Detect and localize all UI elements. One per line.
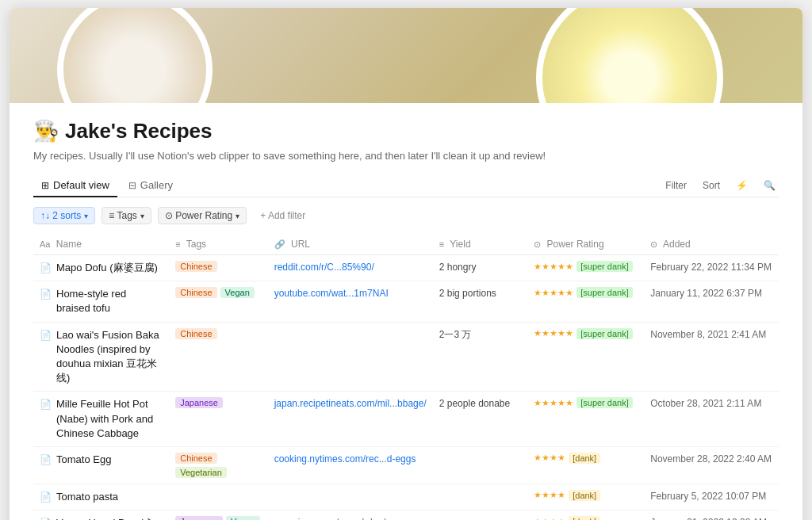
stars: ★★★★★ <box>534 262 573 272</box>
stars: ★★★★ <box>534 453 565 463</box>
filter-button[interactable]: Filter <box>662 178 690 193</box>
tag-vegan[interactable]: Vegan <box>226 516 260 520</box>
url-cell[interactable]: norecipes.com/veg...l-don/ <box>274 517 386 520</box>
tag-chinese[interactable]: Chinese <box>175 261 216 272</box>
recipe-name: Tomato Egg <box>56 453 111 467</box>
chevron-down-icon: ▾ <box>84 212 88 220</box>
col-header-name[interactable]: Aa Name <box>33 234 169 255</box>
table-row[interactable]: 📄 Tomato pasta ★★★★ [dank] February 5, 2… <box>33 484 779 510</box>
added-date: November 28, 2022 2:40 AM <box>650 453 772 465</box>
name-cell: 📄 Mille Feuille Hot Pot (Nabe) with Pork… <box>40 397 163 441</box>
url-cell[interactable]: japan.recipetineats.com/mil...bbage/ <box>274 398 427 409</box>
tab-default-view[interactable]: ⊞ Default view <box>33 174 117 197</box>
rating-badge: [super dank] <box>576 328 633 339</box>
rating-cell: ★★★★ [dank] <box>534 453 638 464</box>
tag-chinese[interactable]: Chinese <box>175 287 216 298</box>
stars: ★★★★ <box>534 517 565 520</box>
col-yield-label: Yield <box>450 239 470 250</box>
doc-icon: 📄 <box>40 262 52 273</box>
page-description: My recipes. Usually I'll use Notion's we… <box>33 150 779 162</box>
tag-vegetarian[interactable]: Vegetarian <box>175 467 227 478</box>
recipes-table: Aa Name ≡ Tags 🔗 URL <box>33 234 779 520</box>
col-rating-label: Power Rating <box>547 239 604 250</box>
table-row[interactable]: 📄 Home-style red braised tofu ChineseVeg… <box>33 281 779 322</box>
lightning-button[interactable]: ⚡ <box>733 178 751 193</box>
tag-chinese[interactable]: Chinese <box>175 453 216 464</box>
rating-badge: [dank] <box>569 490 600 501</box>
chevron-down-icon: ▾ <box>140 212 144 220</box>
filters-row: ↑↓ 2 sorts ▾ ≡ Tags ▾ ⊙ Power Rating ▾ +… <box>33 207 779 224</box>
stars: ★★★★ <box>534 490 565 500</box>
page-title-row: 👨‍🍳 Jake's Recipes <box>33 119 779 143</box>
search-button[interactable]: 🔍 <box>760 178 779 193</box>
yield-cell: 2一3 万 <box>439 329 472 340</box>
rating-cell: ★★★★★ [super dank] <box>534 287 638 298</box>
table-row[interactable]: 📄 Tomato Egg ChineseVegetariancooking.ny… <box>33 446 779 484</box>
sort-button[interactable]: Sort <box>699 178 723 193</box>
name-cell: 📄 Tomato pasta <box>40 490 163 504</box>
col-header-yield[interactable]: ≡ Yield <box>433 234 527 255</box>
url-cell[interactable]: youtube.com/wat...1m7NAI <box>274 288 389 299</box>
added-date: January 31, 2022 12:28 AM <box>650 517 767 520</box>
tab-gallery-label: Gallery <box>140 179 173 191</box>
add-filter-label: + Add filter <box>260 210 305 221</box>
gallery-icon: ⊟ <box>128 180 136 191</box>
col-added-label: Added <box>663 239 691 250</box>
tab-default-label: Default view <box>53 179 109 191</box>
stars: ★★★★★ <box>534 328 573 338</box>
name-cell: 📄 Tomato Egg <box>40 453 163 467</box>
tags-cell: ChineseVegetarian <box>175 453 261 478</box>
chevron-down-icon: ▾ <box>236 212 239 220</box>
tag-chinese[interactable]: Chinese <box>175 328 216 339</box>
page-emoji: 👨‍🍳 <box>33 119 59 143</box>
rating-badge: [dank] <box>569 453 600 464</box>
col-header-tags[interactable]: ≡ Tags <box>169 234 267 255</box>
stars: ★★★★★ <box>534 398 573 408</box>
add-filter-button[interactable]: + Add filter <box>253 207 312 224</box>
recipe-name: Home-style red braised tofu <box>56 287 163 315</box>
sorts-label: ↑↓ 2 sorts <box>40 210 81 221</box>
tag-japanese[interactable]: Japanese <box>175 516 223 520</box>
aa-icon: Aa <box>40 239 50 249</box>
tags-filter[interactable]: ≡ Tags ▾ <box>102 207 151 224</box>
yield-list-icon: ≡ <box>439 239 444 249</box>
sorts-filter[interactable]: ↑↓ 2 sorts ▾ <box>33 207 95 224</box>
rating-icon: ⊙ <box>534 239 541 249</box>
tag-vegan[interactable]: Vegan <box>220 287 255 298</box>
col-header-power-rating[interactable]: ⊙ Power Rating <box>527 234 644 255</box>
tags-label: ≡ Tags <box>109 210 136 221</box>
power-rating-filter[interactable]: ⊙ Power Rating ▾ <box>158 207 247 224</box>
tab-gallery[interactable]: ⊟ Gallery <box>121 174 181 197</box>
list-icon: ≡ <box>175 239 180 249</box>
url-cell[interactable]: cooking.nytimes.com/rec...d-eggs <box>274 453 416 465</box>
rating-cell: ★★★★★ [super dank] <box>534 397 638 408</box>
col-header-url[interactable]: 🔗 URL <box>268 234 433 255</box>
added-date: October 28, 2021 2:11 AM <box>650 398 761 409</box>
tags-cell: ChineseVegan <box>175 287 261 298</box>
tag-japanese[interactable]: Japanese <box>175 397 223 408</box>
table-header: Aa Name ≡ Tags 🔗 URL <box>33 234 779 255</box>
col-header-added[interactable]: ⊙ Added <box>644 234 779 255</box>
added-date: January 11, 2022 6:37 PM <box>650 288 762 299</box>
rating-cell: ★★★★ [dank] <box>534 490 638 501</box>
added-date: November 8, 2021 2:41 AM <box>650 329 766 340</box>
link-icon: 🔗 <box>274 239 285 249</box>
table-row[interactable]: 📄 Lao wai's Fusion Baka Noodles (inspire… <box>33 322 779 392</box>
tags-cell: JapaneseVegan <box>175 516 261 520</box>
rating-badge: [super dank] <box>576 261 633 272</box>
table-row[interactable]: 📄 Mille Feuille Hot Pot (Nabe) with Pork… <box>33 392 779 447</box>
table-row[interactable]: 📄 Vegan Unagi Don (うなぎもどき井) JapaneseVega… <box>33 510 779 520</box>
rating-cell: ★★★★★ [super dank] <box>534 261 638 272</box>
doc-icon: 📄 <box>40 454 52 465</box>
added-date: February 5, 2022 10:07 PM <box>650 491 766 502</box>
name-cell: 📄 Lao wai's Fusion Baka Noodles (inspire… <box>40 328 163 386</box>
tags-cell: Japanese <box>175 397 261 408</box>
name-cell: 📄 Mapo Dofu (麻婆豆腐) <box>40 261 163 275</box>
yield-cell: 2 big portions <box>439 288 496 299</box>
added-date: February 22, 2022 11:34 PM <box>650 262 772 273</box>
rating-badge: [super dank] <box>576 397 633 408</box>
rating-badge: [super dank] <box>576 287 633 298</box>
url-cell[interactable]: reddit.com/r/C...85%90/ <box>274 262 374 273</box>
table-row[interactable]: 📄 Mapo Dofu (麻婆豆腐) Chinesereddit.com/r/C… <box>33 255 779 281</box>
col-tags-label: Tags <box>186 239 206 250</box>
